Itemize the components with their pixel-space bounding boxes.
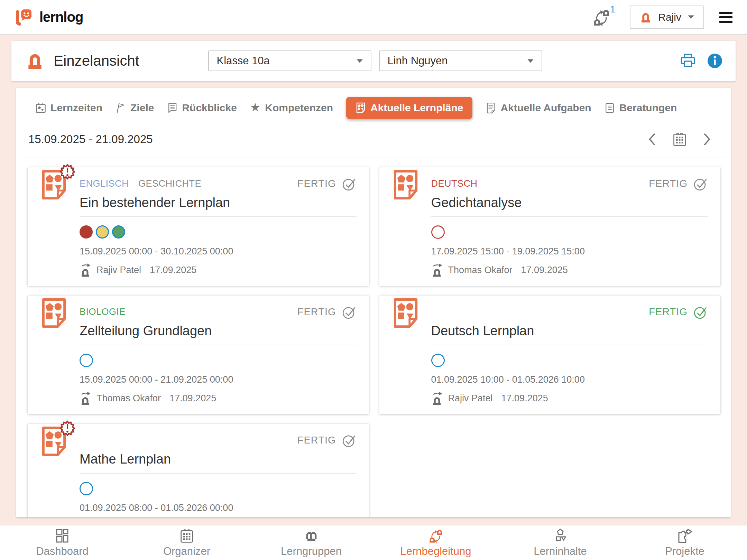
- subject-labels: DEUTSCH: [431, 178, 478, 189]
- user-name-label: Rajiv: [658, 11, 681, 23]
- calendar-picker-button[interactable]: [672, 131, 687, 147]
- nav-item-projekte[interactable]: Projekte: [622, 525, 747, 560]
- tab-kompetenzen[interactable]: ★ Kompetenzen: [250, 102, 333, 114]
- assigned-by-icon: [431, 263, 443, 277]
- tab-label: Aktuelle Aufgaben: [500, 102, 591, 114]
- card-period: 01.09.2025 10:00 - 01.05.2026 10:00: [431, 374, 708, 385]
- author-name: Thomas Okafor: [96, 393, 161, 404]
- nav-icon: [676, 528, 693, 544]
- tab-label: Kompetenzen: [265, 102, 333, 114]
- card-author-row: Rajiv Patel 17.09.2025: [80, 263, 357, 277]
- people-swap-icon: [592, 8, 611, 27]
- author-name: Thomas Okafor: [448, 265, 513, 276]
- author-date: 17.09.2025: [169, 393, 216, 404]
- check-circle-icon[interactable]: [342, 176, 357, 191]
- card-title: Mathe Lernplan: [80, 452, 357, 474]
- tab-ziele[interactable]: Ziele: [116, 102, 154, 114]
- tab-icon: [356, 102, 366, 114]
- class-select[interactable]: Klasse 10a: [208, 50, 371, 71]
- card-period: 01.09.2025 08:00 - 01.05.2026 00:00: [80, 503, 357, 513]
- check-circle-icon[interactable]: [693, 176, 708, 191]
- lernlog-logo-icon: [15, 8, 34, 27]
- card-title: Gedichtanalyse: [431, 195, 708, 217]
- card-period: 15.09.2025 00:00 - 21.09.2025 00:00: [80, 374, 357, 385]
- lernplan-card-zellteilung-grundlagen[interactable]: BIOLOGIE FERTIG Zellteilung Grundlagen 1…: [28, 296, 369, 414]
- status-dot: [96, 225, 109, 239]
- nav-icon: [55, 528, 70, 544]
- status-dot: [112, 225, 125, 239]
- author-name: Rajiv Patel: [96, 265, 141, 276]
- check-circle-icon[interactable]: [342, 305, 357, 319]
- tab-icon: ★: [250, 102, 260, 114]
- nav-item-lerngruppen[interactable]: Lerngruppen: [249, 525, 374, 560]
- tab-icon: [36, 102, 46, 114]
- student-select[interactable]: Linh Nguyen: [379, 50, 542, 71]
- nav-icon: [303, 528, 319, 544]
- info-button[interactable]: [707, 53, 723, 69]
- check-circle-icon[interactable]: [693, 305, 708, 319]
- tab-label: Lernzeiten: [50, 102, 102, 114]
- nav-item-organizer[interactable]: Organizer: [124, 525, 249, 560]
- lernplan-card-gedichtanalyse[interactable]: DEUTSCH FERTIG Gedichtanalyse 17.09.2025…: [379, 167, 721, 286]
- lernplan-card-deutsch-lernplan[interactable]: FERTIG Deutsch Lernplan 01.09.2025 10:00…: [379, 296, 721, 414]
- nav-label: Organizer: [163, 545, 210, 558]
- role-switch-notification-button[interactable]: 1: [592, 8, 615, 27]
- tab-beratungen[interactable]: Beratungen: [605, 102, 677, 114]
- status-dot: [431, 354, 445, 367]
- divider: [22, 158, 725, 158]
- card-author-row: Thomas Okafor 17.09.2025: [431, 263, 708, 277]
- author-date: 17.09.2025: [501, 393, 548, 404]
- tab-aktuelle-aufgaben[interactable]: Aktuelle Aufgaben: [486, 102, 591, 114]
- tab-aktuelle-lernplaene[interactable]: Aktuelle Lernpläne: [346, 97, 472, 119]
- card-title: Ein bestehender Lernplan: [80, 195, 357, 217]
- card-period: 17.09.2025 15:00 - 19.09.2025 15:00: [431, 246, 708, 257]
- subject-label: ENGLISCH: [80, 178, 129, 189]
- alert-badge-icon: [59, 420, 75, 436]
- status-dot: [80, 482, 93, 495]
- next-week-button[interactable]: [703, 132, 711, 146]
- card-author-row: Rajiv Patel 17.09.2025: [431, 391, 708, 405]
- nav-label: Lerninhalte: [534, 545, 587, 558]
- tab-label: Beratungen: [619, 102, 677, 114]
- lernplan-card-ein-bestehender-lernplan[interactable]: ENGLISCHGESCHICHTE FERTIG Ein bestehende…: [28, 167, 369, 286]
- hamburger-menu-button[interactable]: [719, 12, 732, 23]
- tab-lernzeiten[interactable]: Lernzeiten: [36, 102, 102, 114]
- author-name: Rajiv Patel: [448, 393, 493, 404]
- subject-label: BIOLOGIE: [80, 307, 126, 317]
- print-button[interactable]: [680, 53, 696, 69]
- author-date: 17.09.2025: [521, 265, 568, 276]
- nav-label: Dashboard: [36, 545, 89, 558]
- nav-label: Lernbegleitung: [400, 545, 471, 558]
- status-dot: [80, 354, 93, 367]
- status-dot: [431, 225, 445, 239]
- lernplan-card-mathe-lernplan[interactable]: FERTIG Mathe Lernplan 01.09.2025 08:00 -…: [28, 424, 369, 517]
- previous-week-button[interactable]: [648, 132, 656, 146]
- app-logo[interactable]: lernlog: [15, 8, 83, 27]
- notification-count-badge: 1: [610, 4, 615, 15]
- card-author-row: Thomas Okafor 17.09.2025: [80, 391, 357, 405]
- subject-label: DEUTSCH: [431, 178, 478, 189]
- user-person-icon: [639, 10, 652, 24]
- status-label: FERTIG: [649, 178, 688, 189]
- assigned-by-icon: [431, 391, 443, 405]
- nav-icon: [179, 528, 194, 544]
- status-dots: [431, 225, 708, 239]
- assigned-by-icon: [80, 391, 91, 405]
- nav-item-lerninhalte[interactable]: Lerninhalte: [498, 525, 622, 560]
- lernplan-card-grid: ENGLISCHGESCHICHTE FERTIG Ein bestehende…: [28, 167, 720, 517]
- chevron-down-icon: [356, 59, 363, 63]
- user-menu-button[interactable]: Rajiv: [630, 6, 704, 29]
- tab-rueckblicke[interactable]: Rückblicke: [167, 102, 237, 114]
- nav-item-dashboard[interactable]: Dashboard: [0, 525, 124, 560]
- tab-icon: [167, 102, 177, 114]
- card-title: Deutsch Lernplan: [431, 324, 708, 345]
- status-dots: [431, 354, 708, 367]
- status-label: FERTIG: [649, 306, 688, 318]
- view-header: Einzelansicht Klasse 10a Linh Nguyen: [11, 41, 736, 81]
- nav-item-lernbegleitung[interactable]: Lernbegleitung: [374, 525, 498, 560]
- chevron-down-icon: [527, 59, 534, 63]
- card-period: 15.09.2025 00:00 - 30.10.2025 00:00: [80, 246, 357, 257]
- check-circle-icon[interactable]: [342, 433, 357, 448]
- status-dot: [80, 225, 93, 239]
- card-title: Zellteilung Grundlagen: [80, 324, 357, 345]
